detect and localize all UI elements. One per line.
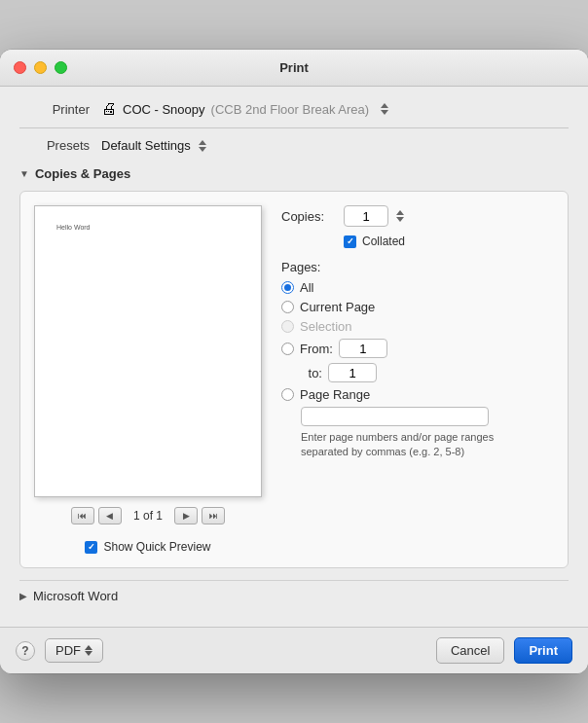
radio-from-row: From: — [281, 339, 554, 358]
printer-icon: 🖨 — [101, 100, 117, 118]
next-page-button[interactable]: ▶ — [174, 507, 198, 524]
copies-arrow-down[interactable] — [396, 217, 404, 222]
to-input[interactable] — [328, 363, 377, 382]
radio-all-label: All — [300, 280, 313, 295]
presets-selector[interactable]: Default Settings — [101, 138, 206, 153]
radio-current-row: Current Page — [281, 300, 554, 314]
printer-location: (CCB 2nd Floor Break Area) — [211, 102, 370, 117]
print-dialog: Print Printer 🖨 COC - Snoopy (CCB 2nd Fl… — [0, 50, 588, 673]
page-preview: Hello Word — [34, 205, 262, 497]
section-title: Copies & Pages — [35, 166, 130, 181]
radio-all[interactable] — [281, 281, 294, 294]
radio-selection-row: Selection — [281, 319, 554, 334]
to-label: to: — [301, 366, 322, 380]
help-button[interactable]: ? — [16, 641, 35, 661]
printer-row: Printer 🖨 COC - Snoopy (CCB 2nd Floor Br… — [19, 100, 569, 128]
page-range-label: Page Range — [300, 387, 370, 402]
nav-controls: ⏮ ◀ 1 of 1 ▶ ⏭ — [71, 507, 225, 524]
first-page-button[interactable]: ⏮ — [71, 507, 94, 524]
radio-all-row: All — [281, 280, 554, 295]
printer-arrow-down[interactable] — [381, 110, 388, 115]
presets-arrow-up[interactable] — [199, 140, 206, 145]
page-range-input[interactable] — [301, 407, 489, 426]
window-title: Print — [279, 60, 309, 75]
radio-current-label: Current Page — [300, 300, 375, 314]
dialog-content: Printer 🖨 COC - Snoopy (CCB 2nd Floor Br… — [0, 87, 588, 627]
copies-arrow-up[interactable] — [396, 210, 404, 215]
radio-selection-label: Selection — [300, 319, 351, 334]
printer-selector[interactable]: 🖨 COC - Snoopy (CCB 2nd Floor Break Area… — [101, 100, 388, 118]
radio-page-range-row: Page Range — [281, 387, 554, 402]
printer-arrows[interactable] — [381, 103, 388, 115]
collated-checkbox[interactable] — [344, 235, 356, 248]
pdf-dropdown-arrows[interactable] — [85, 645, 92, 656]
pdf-label: PDF — [55, 643, 81, 658]
presets-arrow-down[interactable] — [199, 147, 206, 152]
presets-row: Presets Default Settings — [19, 138, 569, 153]
disclosure-arrow[interactable]: ▼ — [19, 168, 29, 179]
preview-area: Hello Word ⏮ ◀ 1 of 1 ▶ ⏭ — [34, 205, 262, 554]
minimize-button[interactable] — [34, 61, 47, 74]
copies-stepper[interactable] — [396, 210, 404, 222]
radio-selection — [281, 320, 294, 333]
section-body: Hello Word ⏮ ◀ 1 of 1 ▶ ⏭ — [19, 191, 569, 568]
pdf-arrow-down[interactable] — [85, 651, 92, 656]
microsoft-word-title: Microsoft Word — [33, 589, 118, 603]
traffic-lights — [14, 61, 67, 74]
close-button[interactable] — [14, 61, 26, 74]
section-inner: Hello Word ⏮ ◀ 1 of 1 ▶ ⏭ — [34, 205, 554, 554]
microsoft-word-section: ▶ Microsoft Word — [19, 580, 569, 611]
page-content: Hello Word — [56, 224, 91, 231]
section-header: ▼ Copies & Pages — [19, 166, 569, 181]
pages-section: Pages: All Current Page — [281, 260, 554, 460]
collated-row: Collated — [344, 235, 554, 248]
collated-label: Collated — [362, 235, 405, 248]
print-button[interactable]: Print — [514, 637, 572, 664]
to-row: to: — [301, 363, 554, 382]
presets-value: Default Settings — [101, 138, 191, 153]
presets-arrows[interactable] — [199, 140, 206, 152]
titlebar: Print — [0, 50, 588, 87]
printer-label: Printer — [19, 102, 90, 117]
presets-label: Presets — [19, 138, 90, 153]
page-range-hint: Enter page numbers and/or page ranges se… — [301, 430, 496, 460]
quick-preview-label: Show Quick Preview — [103, 540, 210, 554]
radio-from[interactable] — [281, 343, 294, 355]
cancel-button[interactable]: Cancel — [436, 637, 504, 664]
radio-page-range[interactable] — [281, 388, 294, 401]
copies-input[interactable] — [344, 205, 388, 227]
printer-arrow-up[interactable] — [381, 103, 388, 108]
pdf-arrow-up[interactable] — [85, 645, 92, 650]
copies-pages-section: ▼ Copies & Pages Hello Word ⏮ ◀ 1 of — [19, 166, 569, 568]
quick-preview-row: Show Quick Preview — [85, 540, 210, 554]
from-input[interactable] — [339, 339, 387, 358]
copies-label: Copies: — [281, 209, 336, 224]
radio-current-page[interactable] — [281, 301, 294, 313]
prev-page-button[interactable]: ◀ — [98, 507, 122, 524]
right-panel: Copies: Collated — [281, 205, 554, 554]
pages-label: Pages: — [281, 260, 554, 274]
page-indicator: 1 of 1 — [133, 509, 163, 523]
quick-preview-checkbox[interactable] — [85, 541, 97, 554]
bottom-bar: ? PDF Cancel Print — [0, 627, 588, 673]
from-label: From: — [300, 342, 333, 356]
pdf-button[interactable]: PDF — [45, 638, 103, 663]
last-page-button[interactable]: ⏭ — [202, 507, 225, 524]
copies-row: Copies: — [281, 205, 554, 227]
word-disclosure-arrow[interactable]: ▶ — [19, 591, 27, 601]
maximize-button[interactable] — [55, 61, 67, 74]
printer-name: COC - Snoopy — [123, 102, 205, 117]
